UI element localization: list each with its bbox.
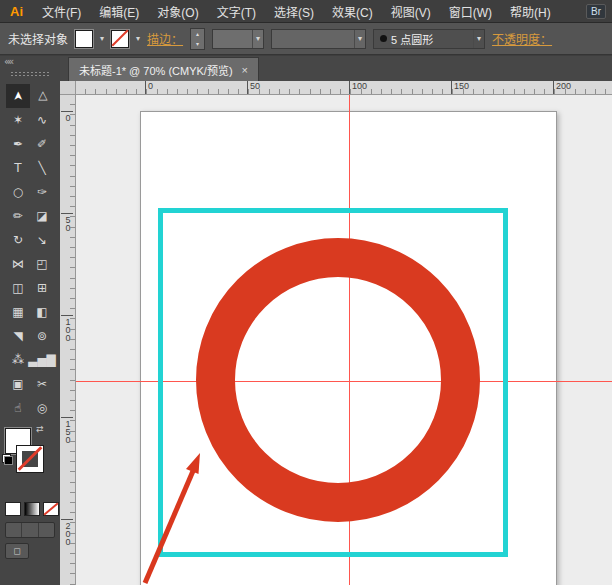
weight-caret-icon[interactable]: ▾	[252, 30, 263, 48]
magic-wand-tool[interactable]: ✶	[6, 108, 30, 132]
annotation-arrowhead-icon	[186, 453, 200, 474]
canvas-area[interactable]	[76, 95, 612, 585]
bridge-button[interactable]: Br	[586, 4, 606, 19]
collapse-panel-icon[interactable]: ««	[4, 56, 12, 67]
rotate-tool-icon: ↻	[13, 234, 23, 246]
column-graph-tool[interactable]: ▃▅▇	[30, 348, 54, 372]
zoom-tool[interactable]: ◎	[30, 396, 54, 420]
brush-definition-dropdown[interactable]: 5 点圆形 ▾	[373, 29, 485, 49]
direct-selection-tool[interactable]: ▷	[30, 84, 54, 108]
draw-normal-button[interactable]	[6, 523, 22, 537]
panel-grip-handle[interactable]	[10, 71, 50, 77]
type-tool-icon: T	[14, 162, 21, 174]
ruler-origin-corner[interactable]	[60, 81, 76, 95]
menu-type[interactable]: 文字(T)	[208, 3, 265, 20]
default-fill-stroke-icon[interactable]	[2, 454, 13, 465]
h-ruler-label: 50	[247, 81, 260, 94]
illustrator-logo: Ai	[0, 4, 33, 19]
lasso-tool[interactable]: ∿	[30, 108, 54, 132]
brush-name: 5 点圆形	[387, 31, 473, 47]
blend-tool[interactable]: ⊚	[30, 324, 54, 348]
perspective-grid-tool[interactable]: ⊞	[30, 276, 54, 300]
eraser-tool[interactable]: ◪	[30, 204, 54, 228]
selection-tool[interactable]: ➤	[6, 84, 30, 108]
pencil-tool[interactable]: ✏	[6, 204, 30, 228]
free-transform-tool[interactable]: ◰	[30, 252, 54, 276]
v-ruler-label: 50	[61, 213, 73, 231]
mesh-tool[interactable]: ▦	[6, 300, 30, 324]
none-button[interactable]	[43, 502, 59, 516]
brush-preview-dot-icon	[380, 35, 387, 42]
blend-tool-icon: ⊚	[37, 330, 47, 342]
color-button[interactable]	[5, 502, 21, 516]
slice-tool[interactable]: ✂	[30, 372, 54, 396]
symbol-sprayer-tool[interactable]: ⁂	[6, 348, 30, 372]
screen-mode-icon: ◻	[13, 546, 20, 556]
shape-builder-tool[interactable]: ◫	[6, 276, 30, 300]
stepper-up-icon[interactable]: ▴	[191, 29, 204, 39]
stepper-down-icon[interactable]: ▾	[191, 39, 204, 49]
h-ruler-label: 150	[451, 81, 469, 94]
horizontal-ruler[interactable]: 0 50 100 150 200	[76, 81, 612, 95]
stroke-caret-icon[interactable]: ▾	[136, 34, 140, 43]
ellipse-tool[interactable]: ○	[6, 180, 30, 204]
menu-help[interactable]: 帮助(H)	[501, 3, 560, 20]
type-tool[interactable]: T	[6, 156, 30, 180]
brush-caret-icon[interactable]: ▾	[473, 30, 484, 48]
width-tool[interactable]: ⋈	[6, 252, 30, 276]
selection-tool-icon: ➤	[12, 91, 24, 101]
paintbrush-tool-icon: ✑	[37, 186, 47, 198]
vertical-ruler[interactable]: 0 50 100 150 200	[60, 95, 76, 585]
gradient-tool[interactable]: ◧	[30, 300, 54, 324]
document-tab[interactable]: 未标题-1* @ 70% (CMYK/预览) ×	[68, 57, 259, 81]
swap-fill-stroke-icon[interactable]: ⇄	[36, 424, 44, 434]
ellipse-tool-icon: ○	[13, 186, 23, 198]
menu-object[interactable]: 对象(O)	[148, 3, 207, 20]
shape-builder-tool-icon: ◫	[12, 282, 23, 294]
scale-tool[interactable]: ↘	[30, 228, 54, 252]
blob-brush-tool[interactable]: ✐	[30, 132, 54, 156]
menu-file[interactable]: 文件(F)	[33, 3, 90, 20]
h-ruler-label: 100	[349, 81, 367, 94]
column-graph-tool-icon: ▃▅▇	[28, 354, 56, 366]
document-tab-bar: 未标题-1* @ 70% (CMYK/预览) ×	[60, 56, 612, 82]
artboard-tool[interactable]: ▣	[6, 372, 30, 396]
draw-behind-button[interactable]	[22, 523, 38, 537]
red-ring-shape[interactable]	[196, 238, 480, 522]
screen-mode-button[interactable]: ◻	[5, 543, 29, 559]
width-profile-dropdown[interactable]: ▾	[271, 29, 366, 49]
profile-caret-icon[interactable]: ▾	[354, 30, 365, 48]
document-tab-title: 未标题-1* @ 70% (CMYK/预览)	[79, 62, 233, 78]
tools-panel: «« ➤▷✶∿✒✐T╲○✑✏◪↻↘⋈◰◫⊞▦◧◥⊚⁂▃▅▇▣✂☝◎ ⇄ ◻	[0, 56, 61, 585]
draw-inside-button[interactable]	[39, 523, 54, 537]
h-ruler-label: 0	[145, 81, 153, 94]
tab-close-icon[interactable]: ×	[242, 64, 248, 76]
fill-caret-icon[interactable]: ▾	[100, 34, 104, 43]
stroke-panel-link[interactable]: 描边：	[147, 30, 183, 47]
stroke-swatch[interactable]	[17, 446, 43, 472]
stroke-color-swatch[interactable]	[111, 30, 129, 48]
menu-window[interactable]: 窗口(W)	[440, 3, 501, 20]
gradient-button[interactable]	[24, 502, 40, 516]
pen-tool-icon: ✒	[13, 138, 23, 150]
opacity-panel-link[interactable]: 不透明度：	[492, 30, 552, 47]
hand-tool[interactable]: ☝	[6, 396, 30, 420]
rotate-tool[interactable]: ↻	[6, 228, 30, 252]
eyedropper-tool[interactable]: ◥	[6, 324, 30, 348]
scale-tool-icon: ↘	[37, 234, 47, 246]
paintbrush-tool[interactable]: ✑	[30, 180, 54, 204]
direct-selection-tool-icon: ▷	[36, 91, 48, 100]
menu-bar: Ai 文件(F) 编辑(E) 对象(O) 文字(T) 选择(S) 效果(C) 视…	[0, 0, 612, 23]
stroke-weight-stepper[interactable]: ▴ ▾	[190, 28, 205, 50]
line-segment-tool[interactable]: ╲	[30, 156, 54, 180]
menu-effect[interactable]: 效果(C)	[323, 3, 382, 20]
fill-color-swatch[interactable]	[75, 30, 93, 48]
menu-view[interactable]: 视图(V)	[382, 3, 440, 20]
pen-tool[interactable]: ✒	[6, 132, 30, 156]
stroke-weight-dropdown[interactable]: ▾	[212, 29, 264, 49]
menu-select[interactable]: 选择(S)	[265, 3, 323, 20]
v-ruler-label: 150	[61, 417, 73, 443]
eraser-tool-icon: ◪	[36, 210, 47, 222]
v-ruler-label: 0	[61, 111, 73, 121]
menu-edit[interactable]: 编辑(E)	[90, 3, 148, 20]
